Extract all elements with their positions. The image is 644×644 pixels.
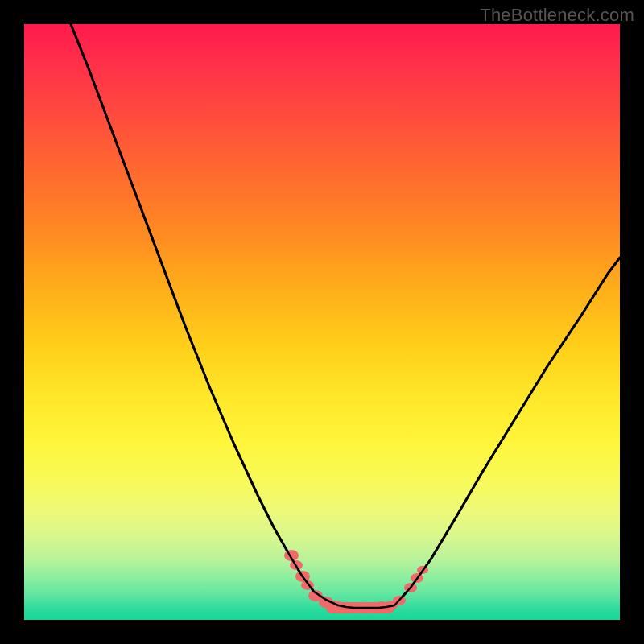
- watermark-text: TheBottleneck.com: [480, 5, 634, 26]
- v-curve-path-overlay: [71, 24, 620, 608]
- curve-layer: [24, 24, 620, 620]
- chart-frame: TheBottleneck.com: [0, 0, 644, 644]
- plot-area: [24, 24, 620, 620]
- bottleneck-curve: [71, 24, 620, 608]
- v-curve-path: [71, 24, 620, 608]
